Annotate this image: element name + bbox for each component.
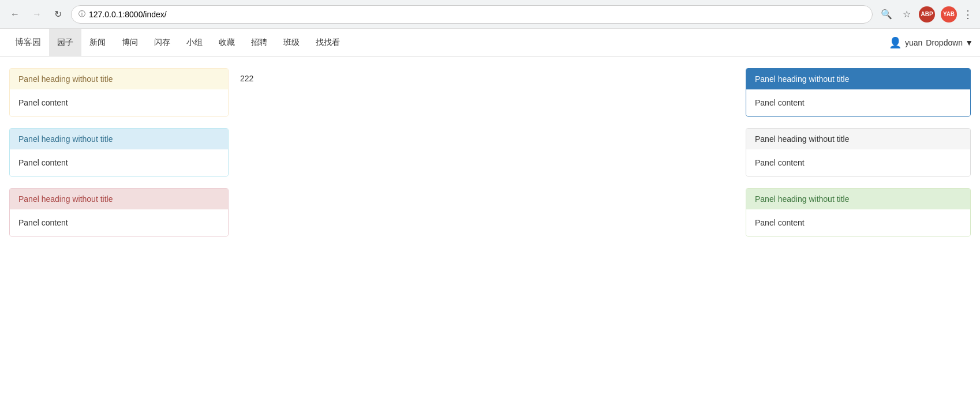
navbar-item-zhaopin[interactable]: 招聘: [243, 29, 275, 56]
panel-warning: Panel heading without title Panel conten…: [9, 68, 229, 117]
panel-warning-body: Panel content: [10, 89, 228, 116]
panel-success: Panel heading without title Panel conten…: [746, 188, 971, 236]
reload-button[interactable]: ↻: [51, 6, 65, 22]
browser-actions: 🔍 ☆ ABP YAB ⋮: [878, 6, 973, 22]
panel-primary-body: Panel content: [746, 89, 970, 116]
panel-default-body: Panel content: [746, 149, 970, 176]
dropdown-button[interactable]: Dropdown ▼: [926, 38, 973, 47]
panel-danger-body: Panel content: [10, 209, 228, 236]
panel-danger: Panel heading without title Panel conten…: [9, 188, 229, 236]
panel-info-body: Panel content: [10, 149, 228, 176]
panel-info-heading: Panel heading without title: [10, 129, 228, 149]
navbar-item-yuanzi[interactable]: 园子: [49, 29, 81, 56]
panel-success-body: Panel content: [746, 209, 970, 236]
panel-default-heading: Panel heading without title: [746, 129, 970, 149]
address-bar: ⓘ 127.0.0.1:8000/index/: [71, 5, 873, 24]
url-text: 127.0.0.1:8000/index/: [89, 10, 865, 19]
panel-danger-heading: Panel heading without title: [10, 189, 228, 209]
middle-column: 222: [240, 68, 734, 236]
panel-primary: Panel heading without title Panel conten…: [746, 68, 971, 117]
navbar-item-bowen[interactable]: 博问: [114, 29, 146, 56]
panel-info: Panel heading without title Panel conten…: [9, 128, 229, 177]
username[interactable]: yuan: [905, 38, 922, 47]
search-icon[interactable]: 🔍: [878, 6, 895, 22]
navbar-item-zhaozhaokan[interactable]: 找找看: [308, 29, 348, 56]
user-icon: 👤: [889, 36, 902, 49]
menu-dots-icon[interactable]: ⋮: [963, 8, 973, 21]
panel-success-heading: Panel heading without title: [746, 189, 970, 209]
abp-avatar[interactable]: ABP: [919, 6, 935, 22]
navbar-item-xinwen[interactable]: 新闻: [81, 29, 114, 56]
navbar-item-banji[interactable]: 班级: [275, 29, 308, 56]
dropdown-caret-icon: ▼: [965, 38, 973, 47]
back-button[interactable]: ←: [7, 7, 23, 22]
bookmark-icon[interactable]: ☆: [900, 6, 913, 22]
panel-primary-heading: Panel heading without title: [746, 69, 970, 89]
navbar-item-xiaozu[interactable]: 小组: [178, 29, 211, 56]
dropdown-label: Dropdown: [926, 38, 963, 47]
panel-default: Panel heading without title Panel conten…: [746, 128, 971, 177]
info-icon: ⓘ: [78, 9, 85, 19]
navbar-item-shancun[interactable]: 闪存: [146, 29, 178, 56]
middle-number: 222: [240, 74, 253, 83]
left-column: Panel heading without title Panel conten…: [9, 68, 229, 236]
right-column: Panel heading without title Panel conten…: [746, 68, 971, 236]
navbar-brand[interactable]: 博客园: [7, 29, 49, 56]
yab-avatar[interactable]: YAB: [941, 6, 957, 22]
navbar: 博客园 园子 新闻 博问 闪存 小组 收藏 招聘 班级 找找看 👤 yuan D…: [0, 29, 980, 57]
navbar-item-shoucang[interactable]: 收藏: [211, 29, 243, 56]
panel-warning-heading: Panel heading without title: [10, 69, 228, 89]
forward-button[interactable]: →: [29, 7, 45, 22]
navbar-right: 👤 yuan Dropdown ▼: [889, 36, 973, 49]
browser-chrome: ← → ↻ ⓘ 127.0.0.1:8000/index/ 🔍 ☆ ABP YA…: [0, 0, 980, 29]
main-content: Panel heading without title Panel conten…: [0, 57, 980, 248]
